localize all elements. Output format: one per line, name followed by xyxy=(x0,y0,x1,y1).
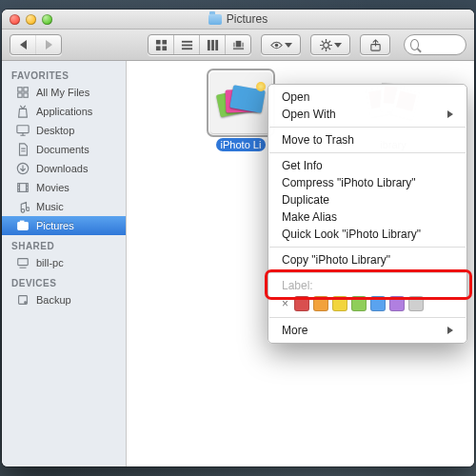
sidebar-item-documents[interactable]: Documents xyxy=(2,140,126,159)
gear-icon xyxy=(320,39,332,51)
svg-line-20 xyxy=(321,40,323,42)
sidebar-item-label: Movies xyxy=(36,182,69,193)
view-icon-button[interactable] xyxy=(149,35,173,54)
svg-point-48 xyxy=(24,302,26,304)
search-input[interactable] xyxy=(404,34,466,55)
toolbar xyxy=(2,30,474,61)
menu-separator xyxy=(269,152,466,153)
view-coverflow-button[interactable] xyxy=(225,35,250,54)
documents-icon xyxy=(15,143,30,156)
sidebar-item-music[interactable]: Music xyxy=(2,197,126,216)
downloads-icon xyxy=(15,162,30,175)
svg-rect-2 xyxy=(155,46,160,50)
titlebar: Pictures xyxy=(2,10,474,30)
sidebar-section-favorites: FAVORITES xyxy=(2,65,126,83)
desktop-icon xyxy=(15,124,30,137)
sidebar-item-applications[interactable]: Applications xyxy=(2,102,126,121)
label-color-blue[interactable] xyxy=(370,296,386,311)
menu-item-open[interactable]: Open xyxy=(268,89,466,106)
svg-rect-5 xyxy=(181,44,191,46)
label-clear[interactable]: × xyxy=(282,297,288,310)
svg-rect-29 xyxy=(16,126,28,133)
sidebar-item-downloads[interactable]: Downloads xyxy=(2,159,126,178)
sidebar-item-bill-pc[interactable]: bill-pc xyxy=(2,253,126,272)
sidebar-section-devices: DEVICES xyxy=(2,272,126,290)
forward-button[interactable] xyxy=(35,35,61,54)
pictures-icon xyxy=(15,219,30,232)
menu-item-move-to-trash[interactable]: Move to Trash xyxy=(268,131,466,149)
menu-item-duplicate[interactable]: Duplicate xyxy=(268,191,466,208)
menu-item-more[interactable]: More xyxy=(268,322,466,339)
svg-rect-1 xyxy=(162,39,167,44)
sidebar-item-movies[interactable]: Movies xyxy=(2,178,126,197)
menu-separator xyxy=(269,127,466,128)
menu-item-compress[interactable]: Compress "iPhoto Library" xyxy=(268,174,466,191)
svg-rect-26 xyxy=(23,88,27,91)
search-icon xyxy=(410,39,419,50)
menu-separator xyxy=(269,247,466,248)
back-button[interactable] xyxy=(10,35,35,54)
sidebar-item-all-my-files[interactable]: All My Files xyxy=(2,83,126,102)
context-menu: Open Open With Move to Trash Get Info Co… xyxy=(268,84,467,344)
svg-rect-27 xyxy=(17,93,21,97)
svg-rect-45 xyxy=(17,259,28,266)
svg-rect-12 xyxy=(242,42,244,47)
view-mode-segment xyxy=(148,34,251,55)
shared-pc-icon xyxy=(15,256,30,269)
share-button[interactable] xyxy=(360,34,390,55)
svg-rect-6 xyxy=(181,48,191,50)
arrange-button[interactable] xyxy=(261,34,301,55)
label-color-purple[interactable] xyxy=(389,296,405,311)
sidebar-item-backup[interactable]: Backup xyxy=(2,290,126,309)
menu-separator xyxy=(269,272,466,273)
svg-rect-3 xyxy=(162,46,167,50)
sidebar-item-label: Pictures xyxy=(36,220,74,231)
close-window-button[interactable] xyxy=(10,14,20,25)
sidebar-item-pictures[interactable]: Pictures xyxy=(2,216,126,235)
menu-item-quick-look[interactable]: Quick Look "iPhoto Library" xyxy=(268,226,466,243)
svg-rect-7 xyxy=(207,39,209,50)
search-container xyxy=(400,34,466,55)
applications-icon xyxy=(15,105,30,118)
label-color-gray[interactable] xyxy=(408,296,424,311)
svg-line-23 xyxy=(321,48,323,50)
submenu-arrow-icon xyxy=(447,110,453,118)
action-button[interactable] xyxy=(310,34,350,55)
menu-label-colors: × xyxy=(268,294,466,313)
movies-icon xyxy=(15,181,30,194)
label-color-orange[interactable] xyxy=(313,296,328,311)
sidebar-section-shared: SHARED xyxy=(2,235,126,253)
menu-item-copy[interactable]: Copy "iPhoto Library" xyxy=(268,251,466,268)
sidebar-item-label: bill-pc xyxy=(36,257,64,268)
svg-rect-28 xyxy=(23,93,27,97)
label-color-yellow[interactable] xyxy=(332,296,347,311)
svg-point-15 xyxy=(323,42,328,48)
svg-rect-25 xyxy=(17,88,21,91)
zoom-window-button[interactable] xyxy=(42,14,52,25)
sidebar-item-desktop[interactable]: Desktop xyxy=(2,121,126,140)
sidebar: FAVORITES All My Files Applications Desk… xyxy=(2,61,127,466)
sidebar-item-label: Music xyxy=(36,201,64,212)
label-color-green[interactable] xyxy=(351,296,367,311)
sidebar-item-label: Desktop xyxy=(36,125,74,136)
sidebar-item-label: Documents xyxy=(36,144,89,155)
view-list-button[interactable] xyxy=(173,35,199,54)
eye-icon xyxy=(270,39,283,51)
menu-item-get-info[interactable]: Get Info xyxy=(268,157,466,174)
menu-item-make-alias[interactable]: Make Alias xyxy=(268,208,466,226)
sidebar-item-label: Applications xyxy=(36,106,92,117)
menu-item-open-with[interactable]: Open With xyxy=(268,106,466,123)
view-columns-button[interactable] xyxy=(199,35,225,54)
menu-separator xyxy=(269,317,466,318)
music-icon xyxy=(15,200,30,213)
svg-line-22 xyxy=(328,40,330,42)
svg-point-43 xyxy=(20,224,24,228)
svg-point-14 xyxy=(274,43,278,47)
minimize-window-button[interactable] xyxy=(26,14,36,25)
svg-rect-0 xyxy=(155,39,160,44)
folder-icon xyxy=(208,14,222,25)
file-label: iPhoto Li xyxy=(216,138,267,151)
label-color-red[interactable] xyxy=(294,296,309,311)
svg-rect-9 xyxy=(215,39,218,50)
share-icon xyxy=(369,39,382,51)
